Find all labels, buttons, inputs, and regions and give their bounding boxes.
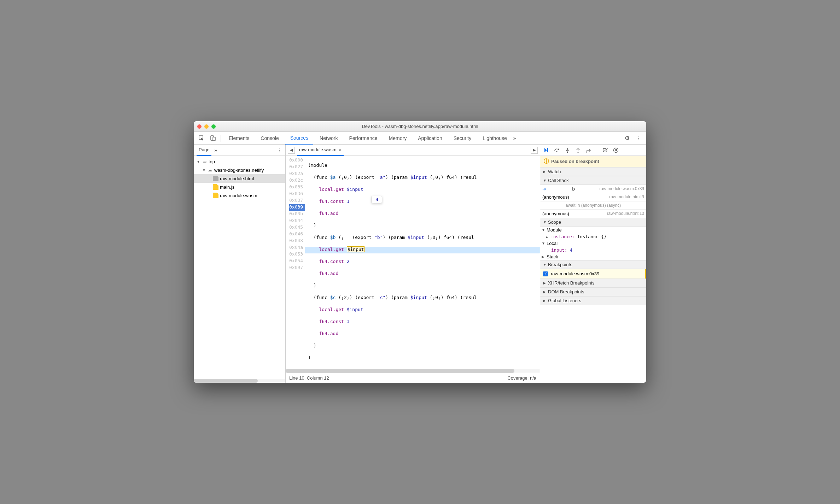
section-breakpoints[interactable]: ▼Breakpoints xyxy=(540,260,646,269)
window-title: DevTools - wasm-dbg-stories.netlify.app/… xyxy=(194,124,646,129)
async-separator: await in (anonymous) (async) xyxy=(540,201,646,210)
resume-icon[interactable] xyxy=(542,146,550,154)
svg-point-6 xyxy=(578,152,579,153)
status-bar: Line 10, Column 12 Coverage: n/a xyxy=(286,373,540,383)
pause-exceptions-icon[interactable] xyxy=(612,146,620,154)
checkbox-icon[interactable]: ✓ xyxy=(543,271,548,276)
navigator-tab-page[interactable]: Page xyxy=(197,145,211,156)
svg-point-5 xyxy=(567,152,568,153)
code-content[interactable]: (module (func $a (;0;) (export "a") (par… xyxy=(305,156,540,369)
tab-network[interactable]: Network xyxy=(315,132,343,145)
inspect-icon[interactable] xyxy=(197,133,206,143)
svg-point-7 xyxy=(586,151,587,152)
step-out-icon[interactable] xyxy=(574,146,582,154)
gutter[interactable]: 0x0000x0270x02a0x02c0x0350x0360x0370x039… xyxy=(286,156,305,369)
navigator-pane: Page » ⋮ ▼top ▼wasm-dbg-stories.netlify … xyxy=(194,145,286,383)
settings-icon[interactable]: ⚙ xyxy=(622,133,632,143)
callstack-frame[interactable]: braw-module.wasm:0x39 xyxy=(540,185,646,193)
more-icon[interactable]: ⋮ xyxy=(634,133,643,143)
tree-top[interactable]: ▼top xyxy=(194,157,285,166)
nav-fwd-icon[interactable]: ▶ xyxy=(531,147,538,154)
tab-elements[interactable]: Elements xyxy=(224,132,254,145)
main-toolbar: Elements Console Sources Network Perform… xyxy=(194,132,646,145)
section-watch[interactable]: ▶Watch xyxy=(540,167,646,176)
svg-rect-3 xyxy=(547,148,548,152)
tree-file-wasm[interactable]: raw-module.wasm xyxy=(194,191,285,200)
svg-rect-9 xyxy=(615,149,616,151)
section-global-listeners[interactable]: ▶Global Listeners xyxy=(540,296,646,305)
tree-file-js[interactable]: main.js xyxy=(194,183,285,191)
tab-application[interactable]: Application xyxy=(413,132,447,145)
section-callstack[interactable]: ▼Call Stack xyxy=(540,176,646,185)
section-scope[interactable]: ▼Scope xyxy=(540,218,646,227)
file-tree: ▼top ▼wasm-dbg-stories.netlify raw-modul… xyxy=(194,156,285,379)
nav-back-icon[interactable]: ◀ xyxy=(288,147,295,154)
deactivate-bp-icon[interactable] xyxy=(601,146,609,154)
scope-instance[interactable]: ▶ instance: Instance {} xyxy=(540,233,646,240)
paused-banner: ⓘPaused on breakpoint xyxy=(540,156,646,167)
editor-tab[interactable]: raw-module.wasm× xyxy=(297,145,344,156)
step-over-icon[interactable] xyxy=(553,146,561,154)
tab-performance[interactable]: Performance xyxy=(344,132,382,145)
tab-memory[interactable]: Memory xyxy=(384,132,412,145)
more-navigator-icon[interactable]: » xyxy=(214,147,217,153)
section-dom[interactable]: ▶DOM Breakpoints xyxy=(540,287,646,296)
scope-module[interactable]: ▼Module xyxy=(540,227,646,233)
hover-tooltip: 4 xyxy=(372,196,382,203)
nav-scrollbar[interactable] xyxy=(194,379,285,383)
tab-sources[interactable]: Sources xyxy=(285,132,313,145)
tab-console[interactable]: Console xyxy=(256,132,284,145)
editor-pane: ◀ raw-module.wasm× ▶ 0x0000x0270x02a0x02… xyxy=(286,145,540,383)
coverage-status: Coverage: n/a xyxy=(507,375,536,381)
breakpoint-entry[interactable]: ✓raw-module.wasm:0x39 xyxy=(540,269,646,279)
svg-rect-10 xyxy=(616,149,617,151)
tree-origin[interactable]: ▼wasm-dbg-stories.netlify xyxy=(194,166,285,174)
scope-body: ▼Module ▶ instance: Instance {} ▼Local i… xyxy=(540,227,646,260)
close-tab-icon[interactable]: × xyxy=(338,147,342,153)
scope-input[interactable]: input: 4 xyxy=(540,247,646,253)
info-icon: ⓘ xyxy=(544,158,549,165)
tab-security[interactable]: Security xyxy=(449,132,477,145)
separator xyxy=(221,135,221,142)
debugger-pane: ⓘPaused on breakpoint ▶Watch ▼Call Stack… xyxy=(540,145,646,383)
navigator-menu-icon[interactable]: ⋮ xyxy=(277,147,282,153)
more-tabs-icon[interactable]: » xyxy=(513,135,516,141)
editor-scrollbar[interactable] xyxy=(286,369,540,373)
debugger-toolbar xyxy=(540,145,646,156)
step-icon[interactable] xyxy=(585,146,593,154)
svg-point-8 xyxy=(614,148,618,152)
devtools-window: DevTools - wasm-dbg-stories.netlify.app/… xyxy=(194,121,646,383)
tree-file-html[interactable]: raw-module.html xyxy=(194,174,285,183)
device-icon[interactable] xyxy=(208,133,218,143)
callstack-body: braw-module.wasm:0x39 (anonymous)raw-mod… xyxy=(540,185,646,218)
titlebar: DevTools - wasm-dbg-stories.netlify.app/… xyxy=(194,121,646,132)
scope-stack[interactable]: ▶Stack xyxy=(540,253,646,260)
svg-rect-2 xyxy=(213,137,215,141)
scope-local[interactable]: ▼Local xyxy=(540,240,646,247)
callstack-frame[interactable]: (anonymous)raw-module.html:9 xyxy=(540,193,646,201)
code-editor[interactable]: 0x0000x0270x02a0x02c0x0350x0360x0370x039… xyxy=(286,156,540,369)
tab-lighthouse[interactable]: Lighthouse xyxy=(478,132,512,145)
cursor-position: Line 10, Column 12 xyxy=(289,375,329,381)
svg-point-4 xyxy=(556,151,558,152)
callstack-frame[interactable]: (anonymous)raw-module.html:10 xyxy=(540,210,646,218)
section-xhr[interactable]: ▶XHR/fetch Breakpoints xyxy=(540,279,646,287)
step-into-icon[interactable] xyxy=(564,146,571,154)
